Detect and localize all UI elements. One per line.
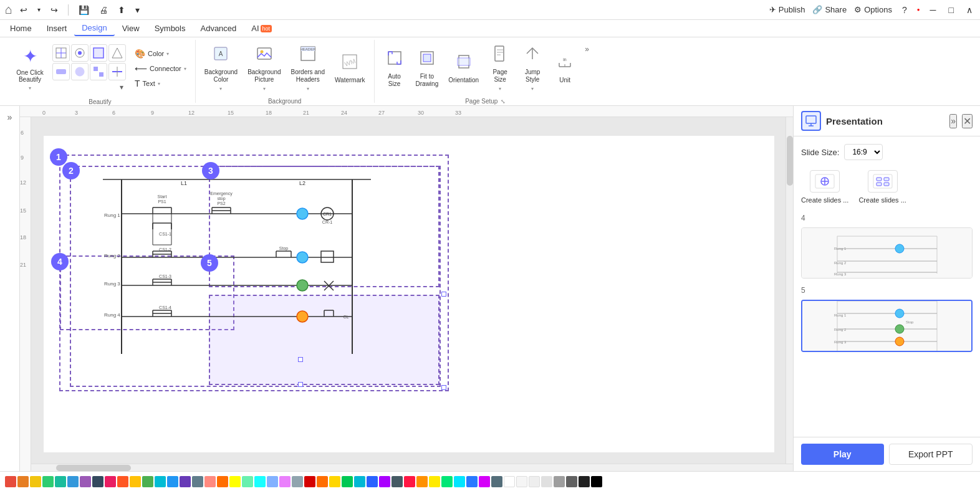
menu-advanced[interactable]: Advanced <box>193 21 244 36</box>
color-swatch-41[interactable] <box>504 476 515 487</box>
color-swatch-19[interactable] <box>229 476 241 487</box>
color-swatch-48[interactable] <box>591 476 602 487</box>
home-icon[interactable]: ⌂ <box>5 2 12 17</box>
handle-tr[interactable] <box>298 357 303 362</box>
color-swatch-10[interactable] <box>117 476 128 487</box>
color-swatch-25[interactable] <box>304 476 315 487</box>
panel-expand-button[interactable]: » <box>949 114 957 128</box>
color-swatch-26[interactable] <box>317 476 328 487</box>
style-item-4[interactable] <box>108 44 126 62</box>
fit-to-drawing-button[interactable]: Fit toDrawing <box>412 47 443 90</box>
drawing-canvas[interactable]: 1 2 3 4 5 <box>31 117 793 471</box>
window-maximize[interactable]: □ <box>946 4 956 16</box>
color-swatch-3[interactable] <box>30 476 41 487</box>
color-button[interactable]: 🎨 Color ▾ <box>131 47 190 60</box>
color-swatch-11[interactable] <box>130 476 141 487</box>
slide-size-select[interactable]: 16:9 4:3 A4 <box>844 144 883 160</box>
color-swatch-35[interactable] <box>429 476 440 487</box>
menu-design[interactable]: Design <box>74 21 114 36</box>
color-swatch-28[interactable] <box>342 476 353 487</box>
orientation-button[interactable]: Orientation <box>444 50 483 87</box>
handle-br[interactable] <box>298 382 303 387</box>
share-export-button[interactable]: ⬆ <box>115 4 128 16</box>
style-expand-button[interactable]: ▾ <box>117 82 126 93</box>
color-swatch-17[interactable] <box>204 476 216 487</box>
background-color-button[interactable]: A BackgroundColor ▾ <box>201 42 241 94</box>
unit-button[interactable]: in Unit <box>550 50 580 87</box>
color-swatch-39[interactable] <box>479 476 490 487</box>
watermark-button[interactable]: WM Watermark <box>331 50 369 87</box>
color-swatch-6[interactable] <box>67 476 79 487</box>
publish-button[interactable]: ✈ Publish <box>769 5 805 14</box>
color-swatch-37[interactable] <box>454 476 465 487</box>
more-button[interactable]: ▾ <box>133 4 142 16</box>
window-minimize[interactable]: ─ <box>928 4 939 16</box>
share-button[interactable]: 🔗 Share <box>812 5 847 14</box>
style-item-3[interactable] <box>90 44 107 62</box>
color-swatch-16[interactable] <box>192 476 203 487</box>
handle-tl[interactable] <box>441 292 446 297</box>
slide-thumbnail-5[interactable]: Rung 1 Rung 2 Stop Rung 3 <box>801 300 973 352</box>
color-swatch-27[interactable] <box>329 476 340 487</box>
color-swatch-5[interactable] <box>55 476 66 487</box>
redo-button[interactable]: ↪ <box>48 4 60 16</box>
undo-button[interactable]: ↩ <box>17 4 30 16</box>
connector-button[interactable]: ⟵ Connector ▾ <box>131 62 190 75</box>
color-swatch-23[interactable] <box>279 476 291 487</box>
color-swatch-13[interactable] <box>155 476 166 487</box>
panel-close-button[interactable]: ✕ <box>962 114 973 128</box>
color-swatch-2[interactable] <box>17 476 29 487</box>
h-scroll-thumb[interactable] <box>56 465 131 471</box>
color-swatch-31[interactable] <box>379 476 390 487</box>
text-format-button[interactable]: T Text ▾ <box>131 77 190 90</box>
left-expand-button[interactable]: » <box>5 111 15 123</box>
color-swatch-9[interactable] <box>105 476 116 487</box>
color-swatch-47[interactable] <box>579 476 590 487</box>
style-item-7[interactable] <box>90 63 107 80</box>
color-swatch-29[interactable] <box>354 476 365 487</box>
color-swatch-46[interactable] <box>566 476 577 487</box>
color-swatch-14[interactable] <box>167 476 178 487</box>
horizontal-scrollbar[interactable] <box>31 464 793 471</box>
color-swatch-24[interactable] <box>292 476 303 487</box>
canvas-page[interactable]: 1 2 3 4 5 <box>44 136 774 452</box>
style-item-1[interactable] <box>52 44 70 62</box>
one-click-beautify-button[interactable]: ✦ One ClickBeautify ▾ <box>10 42 50 95</box>
auto-size-button[interactable]: AutoSize <box>380 47 410 90</box>
color-swatch-44[interactable] <box>541 476 552 487</box>
handle-bl[interactable] <box>441 385 446 390</box>
style-item-8[interactable] <box>108 63 126 80</box>
color-swatch-40[interactable] <box>491 476 502 487</box>
color-swatch-33[interactable] <box>404 476 415 487</box>
export-ppt-button[interactable]: Export PPT <box>889 444 973 465</box>
menu-insert[interactable]: Insert <box>39 21 75 36</box>
color-swatch-38[interactable] <box>466 476 478 487</box>
color-swatch-15[interactable] <box>180 476 191 487</box>
help-button[interactable]: ? <box>900 4 910 16</box>
color-swatch-34[interactable] <box>416 476 428 487</box>
color-swatch-36[interactable] <box>441 476 453 487</box>
color-swatch-43[interactable] <box>529 476 540 487</box>
create-slides-selection-button[interactable]: Create slides ... <box>801 170 848 204</box>
save-button[interactable]: 💾 <box>76 4 92 16</box>
color-swatch-18[interactable] <box>217 476 228 487</box>
color-swatch-30[interactable] <box>367 476 378 487</box>
borders-headers-button[interactable]: HEADER Borders andHeaders ▾ <box>287 42 329 94</box>
options-button[interactable]: ⚙ Options <box>854 5 892 14</box>
menu-symbols[interactable]: Symbols <box>147 21 193 36</box>
background-picture-button[interactable]: BackgroundPicture ▾ <box>244 42 284 94</box>
page-size-button[interactable]: PageSize ▾ <box>485 42 515 94</box>
slide-thumbnail-4[interactable]: Rung 1 Rung 2 Rung 3 <box>801 227 973 279</box>
style-item-5[interactable] <box>52 63 70 80</box>
color-swatch-1[interactable] <box>5 476 16 487</box>
undo-dropdown[interactable]: ▾ <box>35 5 43 14</box>
color-swatch-20[interactable] <box>242 476 253 487</box>
color-swatch-12[interactable] <box>142 476 153 487</box>
canvas-container[interactable]: 0 3 6 9 12 15 18 21 24 27 30 33 6 9 12 1… <box>20 106 793 471</box>
v-scroll-thumb[interactable] <box>787 136 793 186</box>
color-swatch-4[interactable] <box>42 476 54 487</box>
menu-home[interactable]: Home <box>2 21 39 36</box>
page-setup-expand-button[interactable]: » <box>582 44 592 55</box>
print-button[interactable]: 🖨 <box>97 4 110 16</box>
color-swatch-22[interactable] <box>267 476 278 487</box>
